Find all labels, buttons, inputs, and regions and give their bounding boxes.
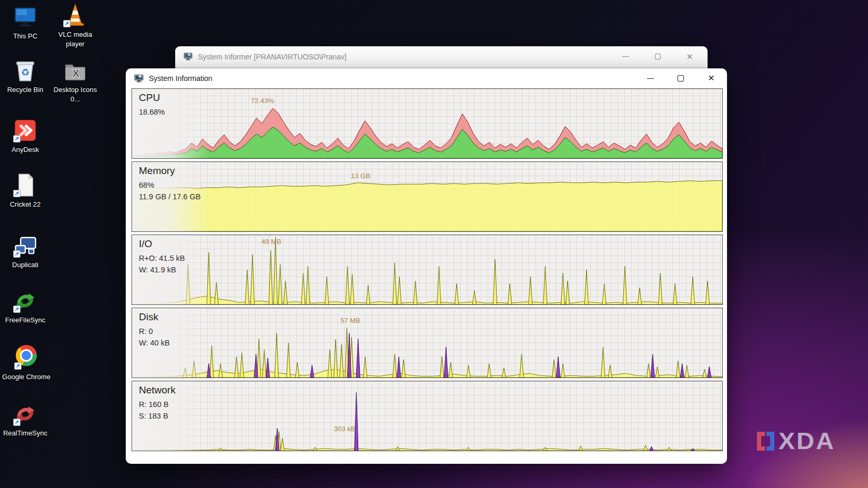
system-information-titlebar[interactable]: System Information ✕: [126, 68, 727, 88]
icon-label: Google Chrome: [1, 372, 52, 382]
freefilesync-icon: ↗: [13, 288, 38, 313]
shortcut-arrow-icon: ↗: [13, 250, 21, 258]
network-peak-label: 303 kB: [334, 425, 355, 433]
xda-logo: XDA: [757, 426, 835, 455]
vlc-icon: ↗: [63, 3, 88, 28]
shortcut-arrow-icon: ↗: [13, 419, 21, 426]
shortcut-arrow-icon: ↗: [13, 306, 21, 313]
xda-bracket-right-icon: [766, 432, 774, 451]
network-chart: [132, 381, 722, 451]
icon-label: This PC: [0, 32, 51, 41]
disk-chart: [132, 308, 722, 378]
panel-title: Network: [139, 384, 176, 396]
system-informer-app-icon: [184, 52, 193, 61]
disk-peak-label: 57 MB: [340, 317, 360, 324]
minimize-button[interactable]: [615, 49, 636, 65]
icon-label: Duplicati: [0, 260, 51, 270]
memory-graph-panel[interactable]: Memory 68% 11.9 GB / 17.6 GB 13 GB: [132, 161, 723, 232]
icon-label: Cricket 22: [0, 200, 51, 209]
system-information-app-icon: [134, 74, 144, 83]
maximize-button[interactable]: [669, 70, 692, 87]
desktop-icon-duplicati[interactable]: ↗ Duplicati: [0, 233, 51, 270]
memory-usage-chart: [132, 162, 722, 231]
minimize-icon: [622, 56, 629, 57]
shortcut-arrow-icon: ↗: [14, 362, 22, 370]
maximize-icon: [678, 75, 684, 82]
panel-title: CPU: [139, 92, 160, 104]
background-window-title: System Informer [PRANAVIRTUOSO\Pranav]: [198, 53, 615, 61]
anydesk-icon: ↗: [13, 118, 38, 143]
shortcut-arrow-icon: ↗: [13, 135, 21, 143]
svg-text:X: X: [72, 67, 80, 80]
desktop-icon-this-pc[interactable]: This PC: [0, 4, 51, 41]
io-graph-panel[interactable]: I/O R+O: 41.5 kB W: 41.9 kB 49 MB: [132, 235, 723, 305]
document-icon: ↗: [13, 172, 38, 198]
duplicati-icon: ↗: [13, 233, 38, 258]
close-icon: ✕: [708, 74, 714, 83]
minimize-icon: [647, 78, 654, 79]
recycle-bin-icon: ♻: [13, 58, 38, 83]
network-receive-value: R: 160 B: [139, 400, 168, 409]
chrome-icon: ↗: [14, 345, 39, 370]
io-chart: [132, 235, 722, 304]
memory-amount: 11.9 GB / 17.6 GB: [139, 192, 200, 201]
panel-title: Memory: [139, 165, 175, 177]
panel-title: Disk: [139, 311, 158, 323]
icon-label: RealTimeSync: [0, 429, 51, 438]
xda-bracket-left-icon: [757, 432, 765, 451]
system-informer-titlebar[interactable]: System Informer [PRANAVIRTUOSO\Pranav] ✕: [175, 46, 708, 67]
desktop-icon-freefilesync[interactable]: ↗ FreeFileSync: [0, 288, 51, 325]
system-information-window: System Information ✕ CPU 18.68% 72.43% M…: [126, 68, 727, 464]
maximize-button[interactable]: [647, 49, 668, 65]
network-graph-panel[interactable]: Network R: 160 B S: 183 B 303 kB: [132, 381, 723, 451]
icon-label: AnyDesk: [0, 145, 51, 155]
maximize-icon: [655, 54, 661, 59]
cpu-graph-panel[interactable]: CPU 18.68% 72.43%: [132, 88, 723, 159]
icon-label: FreeFileSync: [0, 316, 51, 325]
shortcut-arrow-icon: ↗: [13, 190, 21, 197]
desktop-icon-recycle-bin[interactable]: ♻ Recycle Bin: [0, 58, 51, 95]
close-button[interactable]: ✕: [700, 70, 723, 87]
io-write-value: W: 41.9 kB: [139, 266, 176, 274]
disk-read-value: R: 0: [139, 327, 153, 336]
close-button[interactable]: ✕: [679, 49, 700, 65]
minimize-button[interactable]: [639, 70, 662, 87]
cpu-peak-label: 72.43%: [251, 97, 274, 105]
disk-graph-panel[interactable]: Disk R: 0 W: 40 kB 57 MB: [132, 308, 723, 378]
icon-label: VLC media player: [50, 30, 100, 48]
memory-peak-label: 13 GB: [351, 172, 370, 180]
desktop-icon-anydesk[interactable]: ↗ AnyDesk: [0, 118, 51, 155]
desktop-icon-cricket-22[interactable]: ↗ Cricket 22: [0, 172, 51, 209]
disk-write-value: W: 40 kB: [139, 339, 170, 347]
realtimesync-icon: ↗: [13, 401, 38, 426]
memory-percent: 68%: [139, 181, 154, 189]
this-pc-icon: [13, 4, 38, 29]
xda-wordmark: XDA: [779, 427, 835, 454]
icon-label: Recycle Bin: [0, 85, 51, 95]
icon-label: Desktop Icons 0...: [50, 85, 100, 104]
desktop-icon-desktop-icons-folder[interactable]: X Desktop Icons 0...: [50, 58, 100, 104]
desktop-icon-vlc[interactable]: ↗ VLC media player: [50, 3, 100, 48]
svg-text:♻: ♻: [21, 67, 30, 78]
io-peak-label: 49 MB: [261, 238, 281, 246]
cpu-current-value: 18.68%: [139, 108, 165, 116]
desktop-icon-google-chrome[interactable]: ↗ Google Chrome: [1, 343, 52, 382]
panel-title: I/O: [139, 238, 152, 250]
cpu-usage-chart: [132, 89, 722, 158]
io-read-value: R+O: 41.5 kB: [139, 254, 185, 262]
close-icon: ✕: [687, 53, 693, 60]
window-title: System Information: [149, 74, 639, 83]
folder-x-icon: X: [63, 58, 88, 83]
shortcut-arrow-icon: ↗: [63, 20, 70, 27]
network-send-value: S: 183 B: [139, 412, 168, 420]
desktop-icon-realtimesync[interactable]: ↗ RealTimeSync: [0, 401, 51, 438]
